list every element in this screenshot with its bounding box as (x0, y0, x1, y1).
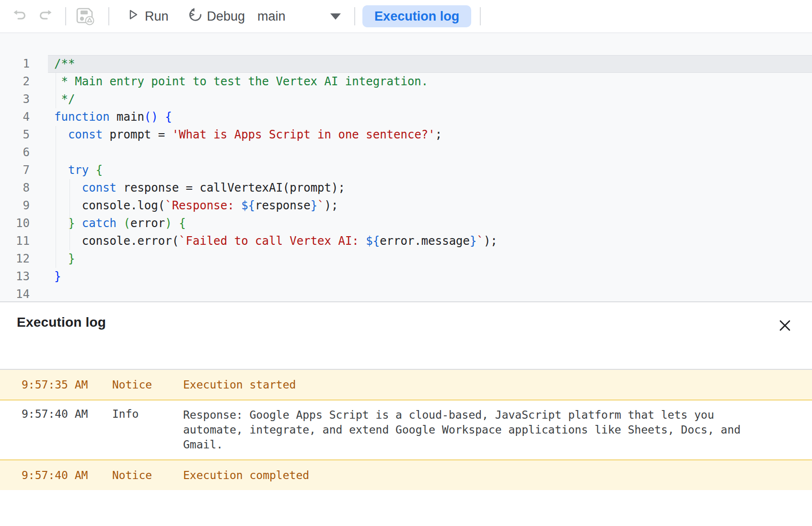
code-line[interactable]: 8 const response = callVertexAI(prompt); (0, 179, 812, 197)
redo-button[interactable] (38, 8, 53, 24)
code-text: function main() { (48, 108, 812, 126)
log-entries-list: 9:57:35 AMNoticeExecution started9:57:40… (0, 370, 812, 490)
line-number: 7 (0, 161, 48, 179)
save-button[interactable] (75, 6, 95, 27)
line-number: 2 (0, 73, 48, 91)
code-text: const response = callVertexAI(prompt); (48, 179, 812, 197)
execution-log-panel: Execution log 9:57:35 AMNoticeExecution … (0, 302, 812, 526)
log-timestamp: 9:57:40 AM (22, 408, 112, 420)
log-timestamp: 9:57:35 AM (22, 378, 112, 391)
code-text: try { (48, 161, 812, 179)
code-text: } catch (error) { (48, 215, 812, 232)
code-text: * Main entry point to test the Vertex AI… (48, 73, 812, 91)
run-button[interactable]: Run (127, 8, 169, 24)
log-type: Notice (112, 378, 183, 391)
toolbar: Run Debug main Execution log (0, 0, 812, 33)
code-text: /** (48, 55, 812, 73)
code-editor[interactable]: 1/**2 * Main entry point to test the Ver… (0, 33, 812, 302)
code-line[interactable]: 7 try { (0, 161, 812, 179)
toolbar-divider (108, 7, 109, 25)
code-text (48, 286, 812, 302)
dropdown-caret-icon (330, 13, 341, 20)
code-line[interactable]: 9 console.log(`Response: ${response}`); (0, 197, 812, 215)
undo-button[interactable] (12, 8, 27, 24)
toolbar-divider (354, 7, 355, 25)
code-lines: 1/**2 * Main entry point to test the Ver… (0, 55, 812, 302)
code-line[interactable]: 10 } catch (error) { (0, 215, 812, 232)
code-line[interactable]: 14 (0, 286, 812, 302)
code-text: } (48, 268, 812, 286)
code-text: } (48, 250, 812, 268)
execution-log-header: Execution log (0, 302, 812, 370)
toolbar-divider (65, 7, 66, 25)
log-message: Response: Google Apps Script is a cloud-… (183, 408, 758, 452)
log-type: Info (112, 408, 183, 420)
apps-script-editor: Run Debug main Execution log 1/**2 * Mai… (0, 0, 812, 526)
log-timestamp: 9:57:40 AM (22, 469, 112, 481)
run-button-label: Run (145, 9, 169, 24)
log-message: Execution completed (183, 469, 758, 481)
redo-icon (38, 8, 53, 24)
close-execution-log-button[interactable] (775, 316, 795, 337)
line-number: 9 (0, 197, 48, 215)
code-text: console.error(`Failed to call Vertex AI:… (48, 232, 812, 250)
log-entry: 9:57:40 AMInfoResponse: Google Apps Scri… (0, 400, 812, 459)
execution-log-button[interactable]: Execution log (362, 5, 471, 27)
execution-log-button-label: Execution log (374, 9, 459, 23)
line-number: 1 (0, 55, 48, 73)
debug-icon (188, 7, 207, 25)
function-selector-dropdown[interactable]: main (257, 9, 341, 24)
line-number: 13 (0, 268, 48, 286)
line-number: 6 (0, 144, 48, 161)
log-type: Notice (112, 469, 183, 481)
code-line[interactable]: 1/** (0, 55, 812, 73)
line-number: 14 (0, 286, 48, 302)
function-selector-value: main (257, 9, 286, 24)
log-entry: 9:57:35 AMNoticeExecution started (0, 370, 812, 400)
code-line[interactable]: 13} (0, 268, 812, 286)
code-line[interactable]: 6 (0, 144, 812, 161)
code-line[interactable]: 3 */ (0, 91, 812, 108)
execution-log-title: Execution log (17, 315, 106, 330)
line-number: 3 (0, 91, 48, 108)
save-icon (75, 6, 95, 27)
line-number: 11 (0, 232, 48, 250)
code-text (48, 144, 812, 161)
log-entry: 9:57:40 AMNoticeExecution completed (0, 459, 812, 490)
line-number: 5 (0, 126, 48, 144)
code-line[interactable]: 4function main() { (0, 108, 812, 126)
line-number: 4 (0, 108, 48, 126)
code-text: */ (48, 91, 812, 108)
code-line[interactable]: 2 * Main entry point to test the Vertex … (0, 73, 812, 91)
code-text: const prompt = 'What is Apps Script in o… (48, 126, 812, 144)
code-line[interactable]: 5 const prompt = 'What is Apps Script in… (0, 126, 812, 144)
log-message: Execution started (183, 378, 758, 391)
debug-button-label: Debug (207, 9, 245, 24)
indent-guide (70, 179, 70, 250)
toolbar-divider (480, 7, 481, 25)
code-line[interactable]: 11 console.error(`Failed to call Vertex … (0, 232, 812, 250)
debug-button[interactable]: Debug (188, 7, 245, 25)
play-icon (127, 8, 145, 24)
line-number: 12 (0, 250, 48, 268)
code-text: console.log(`Response: ${response}`); (48, 197, 812, 215)
line-number: 10 (0, 215, 48, 232)
close-icon (777, 328, 793, 335)
code-line[interactable]: 12 } (0, 250, 812, 268)
indent-guide (56, 73, 56, 108)
undo-icon (12, 8, 27, 24)
indent-guide (56, 126, 56, 268)
line-number: 8 (0, 179, 48, 197)
